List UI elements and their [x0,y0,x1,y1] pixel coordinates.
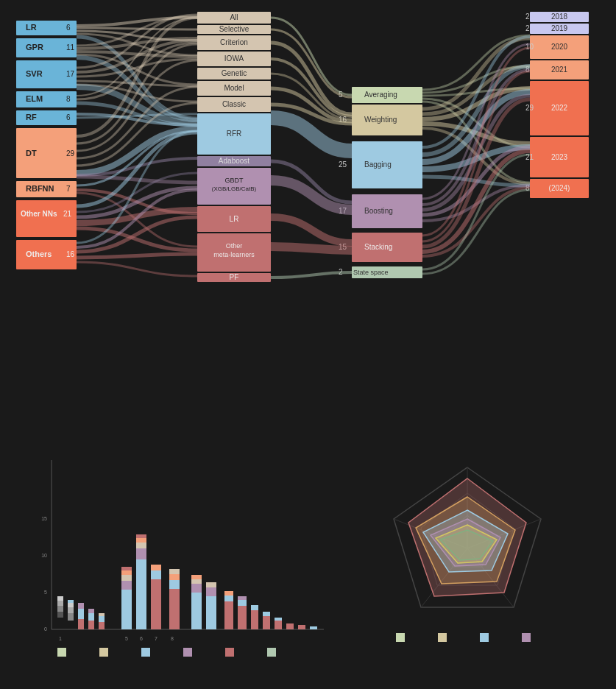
radar-chart [353,445,581,666]
svg-rect-137 [206,587,216,596]
svg-text:25: 25 [339,160,347,169]
svg-rect-164 [99,648,108,657]
svg-rect-118 [121,570,132,575]
svg-rect-113 [99,616,105,622]
svg-text:2: 2 [525,24,530,32]
svg-rect-115 [121,590,132,629]
svg-text:2021: 2021 [551,66,568,74]
bottom-area: 1 5 6 7 8 0 5 10 15 [7,442,611,682]
svg-rect-123 [136,538,146,543]
svg-text:Others: Others [26,250,52,258]
svg-text:29: 29 [66,149,75,158]
svg-text:6: 6 [140,636,143,641]
svg-text:2019: 2019 [551,24,568,32]
svg-rect-133 [191,584,202,593]
svg-text:17: 17 [66,70,75,78]
svg-text:8: 8 [66,95,71,103]
svg-text:Adaboost: Adaboost [219,157,249,165]
svg-text:RF: RF [26,113,37,121]
svg-text:Bagging: Bagging [364,160,392,169]
svg-text:Classic: Classic [222,100,246,108]
svg-rect-124 [136,534,146,538]
svg-text:Criterion: Criterion [220,38,248,46]
svg-rect-185 [438,633,447,642]
svg-rect-98 [57,612,63,618]
svg-text:GBDT: GBDT [224,177,244,184]
svg-rect-148 [263,612,270,616]
svg-rect-140 [224,596,233,601]
svg-rect-141 [224,591,233,596]
svg-text:GPR: GPR [26,43,43,52]
svg-rect-116 [121,581,132,590]
svg-text:7: 7 [66,185,71,193]
svg-text:10: 10 [41,553,47,558]
svg-text:(XGB/LGB/CatB): (XGB/LGB/CatB) [212,186,257,192]
svg-rect-103 [68,607,74,613]
svg-rect-112 [99,622,105,629]
svg-rect-134 [191,579,202,584]
svg-text:2018: 2018 [551,13,568,21]
svg-rect-146 [251,605,258,610]
svg-text:(2024): (2024) [549,184,570,192]
svg-rect-139 [224,601,233,629]
svg-rect-121 [136,548,146,559]
svg-rect-125 [151,579,161,629]
svg-rect-131 [169,569,180,574]
svg-rect-165 [141,648,150,657]
svg-text:0: 0 [44,626,47,632]
svg-rect-150 [275,618,282,621]
svg-text:Averaging: Averaging [364,91,397,99]
svg-text:RFR: RFR [227,130,242,138]
svg-rect-135 [191,575,202,579]
svg-text:2023: 2023 [551,153,568,161]
svg-rect-122 [136,543,146,548]
svg-rect-111 [88,609,94,613]
svg-rect-153 [310,626,317,629]
svg-text:LR: LR [230,215,239,223]
svg-text:All: All [230,13,238,21]
svg-rect-105 [68,600,74,603]
svg-text:Boosting: Boosting [364,207,393,215]
svg-text:16: 16 [66,250,75,258]
svg-rect-127 [151,565,161,570]
svg-rect-167 [225,648,234,657]
svg-rect-99 [57,606,63,612]
svg-text:meta-learners: meta-learners [213,251,255,258]
svg-rect-109 [88,621,94,629]
svg-text:2: 2 [525,13,530,21]
svg-rect-147 [263,616,270,629]
svg-rect-168 [267,648,276,657]
svg-rect-107 [78,609,84,619]
svg-text:21: 21 [63,210,72,218]
svg-text:PF: PF [230,273,239,281]
svg-text:Weighting: Weighting [364,116,397,124]
svg-rect-187 [522,633,531,642]
main-container: LR 6 GPR 11 SVR 17 ELM 8 RF 6 DT 29 RBFN… [0,0,616,689]
svg-rect-186 [480,633,489,642]
bar-chart: 1 5 6 7 8 0 5 10 15 [15,445,331,666]
svg-text:2020: 2020 [551,43,568,51]
svg-text:Genetic: Genetic [222,69,247,77]
svg-text:8: 8 [171,636,174,641]
svg-rect-110 [88,613,94,621]
svg-rect-100 [57,601,63,606]
svg-rect-126 [151,570,161,579]
svg-rect-151 [286,623,294,629]
svg-text:State space: State space [353,269,389,276]
svg-text:1: 1 [59,636,62,641]
svg-rect-166 [183,648,192,657]
svg-text:IOWA: IOWA [224,54,244,63]
svg-rect-106 [78,619,84,629]
svg-text:SVR: SVR [26,69,43,78]
svg-rect-163 [57,648,66,657]
svg-rect-145 [251,610,258,629]
svg-rect-149 [275,621,282,629]
svg-text:Model: Model [224,84,244,92]
svg-text:Other NNs: Other NNs [21,210,57,218]
svg-rect-120 [136,559,146,629]
svg-text:ELM: ELM [26,94,43,103]
svg-rect-152 [298,625,305,629]
svg-text:11: 11 [66,43,75,52]
svg-text:6: 6 [66,24,71,32]
svg-rect-129 [169,580,180,589]
